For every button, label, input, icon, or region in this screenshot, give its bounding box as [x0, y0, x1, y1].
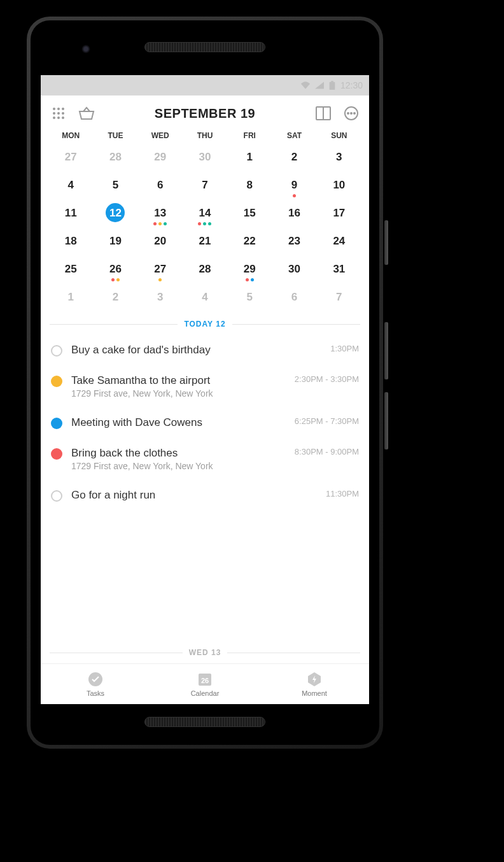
- weekday-label: FRI: [227, 131, 272, 140]
- today-divider: TODAY 12: [41, 313, 369, 335]
- task-checkbox[interactable]: [51, 490, 62, 502]
- hexagon-bolt-icon: [306, 671, 323, 688]
- calendar-day[interactable]: 19: [93, 229, 137, 252]
- task-color-dot: [51, 376, 62, 387]
- task-item[interactable]: Take Samantha to the airport1729 First a…: [51, 365, 359, 407]
- nav-calendar[interactable]: 26 Calendar: [150, 664, 260, 704]
- task-list[interactable]: Buy a cake for dad's birthday1:30PMTake …: [41, 335, 369, 642]
- nav-tasks[interactable]: Tasks: [41, 664, 150, 704]
- bottom-nav: Tasks 26 Calendar Moment: [41, 663, 369, 704]
- calendar-day[interactable]: 30: [183, 145, 227, 168]
- calendar-day[interactable]: 31: [317, 257, 361, 280]
- basket-icon[interactable]: [78, 104, 95, 122]
- weekday-label: WED: [138, 131, 183, 140]
- task-title: Buy a cake for dad's birthday: [71, 344, 321, 357]
- app-header: SEPTEMBER 19: [41, 95, 369, 129]
- svg-point-8: [53, 117, 55, 119]
- calendar-day[interactable]: 29: [138, 145, 183, 168]
- task-item[interactable]: Bring back the clothes1729 First ave, Ne…: [51, 438, 359, 480]
- calendar-day[interactable]: 4: [183, 285, 227, 308]
- task-time: 2:30PM - 3:30PM: [295, 374, 359, 384]
- task-title: Bring back the clothes: [71, 447, 286, 460]
- calendar-day[interactable]: 20: [138, 229, 183, 252]
- calendar-day[interactable]: 12: [93, 201, 137, 224]
- calendar-day[interactable]: 18: [48, 229, 93, 252]
- svg-point-15: [351, 113, 352, 114]
- task-item[interactable]: Go for a night run11:30PM: [51, 480, 359, 511]
- task-subtitle: 1729 First ave, New York, New York: [71, 388, 286, 399]
- svg-point-2: [53, 108, 55, 110]
- svg-point-4: [62, 108, 64, 110]
- grid-menu-icon[interactable]: [50, 104, 67, 122]
- task-subtitle: 1729 First ave, New York, New York: [71, 461, 286, 471]
- calendar-day[interactable]: 5: [227, 285, 272, 308]
- svg-rect-0: [330, 82, 335, 90]
- task-checkbox[interactable]: [51, 345, 62, 357]
- calendar-day[interactable]: 1: [227, 145, 272, 168]
- calendar-day[interactable]: 17: [317, 201, 361, 224]
- calendar-day[interactable]: 2: [93, 285, 137, 308]
- book-icon[interactable]: [314, 104, 332, 122]
- calendar-day[interactable]: 3: [138, 285, 183, 308]
- calendar-day[interactable]: 7: [183, 173, 227, 196]
- nav-moment[interactable]: Moment: [260, 664, 369, 704]
- calendar-day[interactable]: 28: [93, 145, 137, 168]
- calendar-day[interactable]: 30: [272, 257, 316, 280]
- header-title: SEPTEMBER 19: [155, 106, 255, 121]
- calendar-day[interactable]: 15: [227, 201, 272, 224]
- status-time: 12:30: [340, 80, 363, 90]
- status-bar: 12:30: [41, 75, 369, 95]
- calendar-day[interactable]: 22: [227, 229, 272, 252]
- calendar-day[interactable]: 27: [48, 145, 93, 168]
- svg-point-9: [57, 117, 60, 119]
- nav-label: Tasks: [87, 689, 104, 697]
- task-item[interactable]: Meeting with Dave Cowens6:25PM - 7:30PM: [51, 407, 359, 438]
- calendar-day[interactable]: 25: [48, 257, 93, 280]
- svg-point-6: [57, 112, 60, 115]
- task-color-dot: [51, 418, 62, 429]
- svg-point-16: [354, 113, 355, 114]
- calendar-day[interactable]: 21: [183, 229, 227, 252]
- calendar-day[interactable]: 11: [48, 201, 93, 224]
- task-title: Go for a night run: [71, 489, 317, 502]
- calendar-day[interactable]: 9: [272, 173, 316, 196]
- svg-rect-1: [331, 81, 333, 82]
- calendar-day[interactable]: 6: [272, 285, 316, 308]
- battery-icon: [329, 81, 335, 90]
- nav-label: Calendar: [191, 689, 220, 697]
- today-label: TODAY 12: [184, 320, 225, 329]
- calendar-day[interactable]: 24: [317, 229, 361, 252]
- calendar-day[interactable]: 2: [272, 145, 316, 168]
- divider-line: [227, 653, 360, 653]
- calendar-day[interactable]: 27: [138, 257, 183, 280]
- calendar-day[interactable]: 6: [138, 173, 183, 196]
- task-time: 8:30PM - 9:00PM: [295, 447, 359, 456]
- calendar-day[interactable]: 3: [317, 145, 361, 168]
- calendar-day[interactable]: 8: [227, 173, 272, 196]
- svg-point-5: [53, 112, 55, 115]
- calendar-day[interactable]: 5: [93, 173, 137, 196]
- calendar-day[interactable]: 7: [317, 285, 361, 308]
- weekday-row: MONTUEWEDTHUFRISATSUN: [41, 129, 369, 145]
- calendar-day[interactable]: 13: [138, 201, 183, 224]
- calendar-day[interactable]: 23: [272, 229, 316, 252]
- front-camera: [81, 45, 90, 53]
- divider-line: [50, 324, 178, 325]
- calendar-day[interactable]: 1: [48, 285, 93, 308]
- weekday-label: SAT: [272, 131, 316, 140]
- task-item[interactable]: Buy a cake for dad's birthday1:30PM: [51, 335, 359, 365]
- calendar-day[interactable]: 4: [48, 173, 93, 196]
- divider-line: [232, 324, 360, 325]
- wifi-icon: [301, 81, 310, 89]
- weekday-label: TUE: [93, 131, 137, 140]
- calendar-day[interactable]: 16: [272, 201, 316, 224]
- volume-down-button: [384, 392, 388, 449]
- calendar-day[interactable]: 14: [183, 201, 227, 224]
- calendar-grid: 2728293012345678910111213141516171819202…: [41, 145, 369, 313]
- calendar-day[interactable]: 10: [317, 173, 361, 196]
- more-icon[interactable]: [342, 104, 360, 122]
- calendar-day[interactable]: 26: [93, 257, 137, 280]
- svg-point-14: [347, 113, 349, 114]
- calendar-day[interactable]: 29: [227, 257, 272, 280]
- calendar-day[interactable]: 28: [183, 257, 227, 280]
